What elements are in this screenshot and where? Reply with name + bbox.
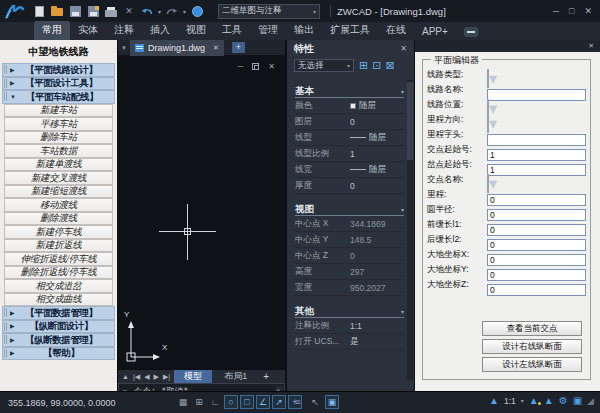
tool-delete-station[interactable]: 删除车站 <box>4 131 113 145</box>
property-row-center-y[interactable]: 中心点 Y148.5 <box>295 232 404 248</box>
property-row-width[interactable]: 宽度950.2027 <box>295 280 404 296</box>
property-value[interactable]: 0 <box>350 181 404 191</box>
property-row-annotation-scale[interactable]: 注释比例1:1 <box>295 318 404 334</box>
layout-nav-next-icon[interactable]: ▶ <box>154 373 159 381</box>
design-right-line-profile-button[interactable]: 设计右线纵断面 <box>482 339 582 354</box>
property-row-lineweight[interactable]: 线宽随层 <box>295 162 404 178</box>
expand-arrow-icon[interactable]: ▶ <box>10 320 15 332</box>
maximize-button[interactable]: □ <box>569 6 574 16</box>
tool-new-parking-line[interactable]: 新建停车线 <box>4 225 113 239</box>
section-collapse-icon[interactable]: ▾ <box>401 88 404 95</box>
workspace-switcher[interactable]: 二维草图与注释 ▾ <box>218 4 320 19</box>
tool-station-data[interactable]: 车站数据 <box>4 144 113 158</box>
undo-icon[interactable] <box>140 5 154 18</box>
expand-arrow-icon[interactable]: ▶ <box>10 334 15 346</box>
tab-home[interactable]: 常用 <box>34 21 70 40</box>
select-objects-icon[interactable]: ⊡ <box>372 60 381 71</box>
annotation-scale-icon[interactable]: ▲ <box>489 395 499 406</box>
section-collapse-icon[interactable]: ▾ <box>401 308 404 315</box>
annotation-visibility-icon[interactable]: ▲ <box>544 395 554 406</box>
child-close-button[interactable]: ✕ <box>268 62 275 71</box>
close-button[interactable]: ✕ <box>584 6 592 16</box>
plane-editor-close-icon[interactable]: ✕ <box>588 42 594 50</box>
property-row-linetype[interactable]: 线型随层 <box>295 130 404 146</box>
undo-caret-icon[interactable]: ▾ <box>158 8 161 15</box>
property-row-linetype-scale[interactable]: 线型比例1 <box>295 146 404 162</box>
plot-preview-icon[interactable]: ✕ <box>122 5 136 18</box>
child-restore-button[interactable] <box>252 63 259 70</box>
property-row-thickness[interactable]: 厚度0 <box>295 178 404 194</box>
collapse-arrow-icon[interactable]: ▼ <box>10 91 16 103</box>
layout-nav-last-icon[interactable]: ▶| <box>163 373 170 381</box>
redo-icon[interactable] <box>165 5 179 18</box>
gear-icon[interactable]: ⚙ <box>559 395 568 406</box>
group-plane-data-management[interactable]: ▶【平面数据管理】 <box>2 306 115 320</box>
tab-app-plus[interactable]: APP+ <box>414 24 456 40</box>
tool-new-turnback-line[interactable]: 新建折返线 <box>4 239 113 253</box>
property-value[interactable]: 是 <box>350 336 404 348</box>
property-row-layer[interactable]: 图层0 <box>295 114 404 130</box>
section-misc[interactable]: 其他 ▾ <box>295 305 404 318</box>
view-current-intersection-button[interactable]: 查看当前交点 <box>482 321 582 336</box>
osnap-icon[interactable]: ○ <box>224 395 238 409</box>
tab-model[interactable]: 模型 <box>174 370 212 383</box>
tool-delete-crossover[interactable]: 删除渡线 <box>4 212 113 226</box>
new-file-icon[interactable] <box>32 5 46 18</box>
tool-new-station[interactable]: 新建车站 <box>4 104 113 118</box>
properties-close-icon[interactable]: ✕ <box>400 44 407 53</box>
tab-view[interactable]: 视图 <box>178 21 214 40</box>
ortho-icon[interactable]: ∟ <box>208 395 222 409</box>
save-as-icon[interactable] <box>86 5 100 18</box>
ribbon-collapse-icon[interactable] <box>464 27 478 37</box>
tool-intersect-to-curve[interactable]: 相交成曲线 <box>4 293 113 307</box>
property-row-color[interactable]: 颜色随层 <box>295 98 404 114</box>
child-minimize-button[interactable]: ─ <box>238 62 244 71</box>
tool-move-crossover[interactable]: 移动渡线 <box>4 198 113 212</box>
document-tab[interactable]: Drawing1.dwg ✕ <box>130 40 224 56</box>
tool-new-scissors-crossover[interactable]: 新建交叉渡线 <box>4 171 113 185</box>
geodetic-z-input[interactable] <box>487 284 586 296</box>
tool-delete-turnback-parking-line[interactable]: 删除折返线/停车线 <box>4 266 113 280</box>
layout-nav-up-icon[interactable]: ▲ <box>122 373 129 380</box>
property-row-center-x[interactable]: 中心点 X344.1869 <box>295 216 404 232</box>
property-row-center-z[interactable]: 中心点 Z0 <box>295 248 404 264</box>
new-document-icon[interactable]: + <box>232 42 245 53</box>
help-globe-icon[interactable] <box>190 5 204 18</box>
annotation-autoscale-icon[interactable]: ▲ <box>529 395 539 406</box>
grid-icon[interactable]: ▦ <box>176 395 190 409</box>
property-value[interactable]: 随层 <box>350 164 404 176</box>
property-row-height[interactable]: 高度297 <box>295 264 404 280</box>
property-value[interactable]: 0 <box>350 117 404 127</box>
tab-manage[interactable]: 管理 <box>250 21 286 40</box>
scrollbar-thumb[interactable] <box>407 82 413 160</box>
chevron-down-icon[interactable]: ▼ <box>121 45 127 51</box>
group-plane-station-layout[interactable]: ▼【平面车站配线】 <box>2 90 115 104</box>
open-file-icon[interactable] <box>50 5 64 18</box>
section-view[interactable]: 视图 ▾ <box>295 203 404 216</box>
expand-arrow-icon[interactable]: ▶ <box>10 64 15 76</box>
quick-select-icon[interactable]: ⊞ <box>359 60 368 71</box>
design-left-line-profile-button[interactable]: 设计左线纵断面 <box>482 357 582 372</box>
group-plane-design-tools[interactable]: ▶【平面设计工具】 <box>2 77 115 91</box>
layout-nav-prev-icon[interactable]: ◀ <box>144 373 149 381</box>
property-row-ucs-icon-on[interactable]: 打开 UCS...是 <box>295 334 404 350</box>
model-canvas[interactable]: ─ ✕ Y X <box>118 57 285 370</box>
expand-arrow-icon[interactable]: ▶ <box>10 347 15 359</box>
expand-arrow-icon[interactable]: ▶ <box>10 77 15 89</box>
selection-dropdown[interactable]: 无选择 ▾ <box>294 59 354 72</box>
pickadd-toggle-icon[interactable]: ⊠ <box>385 60 394 71</box>
property-value[interactable]: 1:1 <box>350 321 404 331</box>
add-layout-icon[interactable]: + <box>259 371 273 382</box>
group-profile-data-management[interactable]: ▶【纵断数据管理】 <box>2 333 115 347</box>
annotation-scale-value[interactable]: 1:1 <box>504 396 516 406</box>
tab-express-tools[interactable]: 扩展工具 <box>322 21 378 40</box>
tab-output[interactable]: 输出 <box>286 21 322 40</box>
tab-annotate[interactable]: 注释 <box>106 21 142 40</box>
tab-online[interactable]: 在线 <box>378 21 414 40</box>
otrack-icon[interactable]: □ <box>240 395 254 409</box>
section-general[interactable]: 基本 ▾ <box>295 85 404 98</box>
group-help[interactable]: ▶【帮助】 <box>2 347 115 361</box>
layout-switch-icon[interactable]: ▣ <box>325 395 339 409</box>
tab-solid[interactable]: 实体 <box>70 21 106 40</box>
polar-icon[interactable]: ∠ <box>256 395 270 409</box>
